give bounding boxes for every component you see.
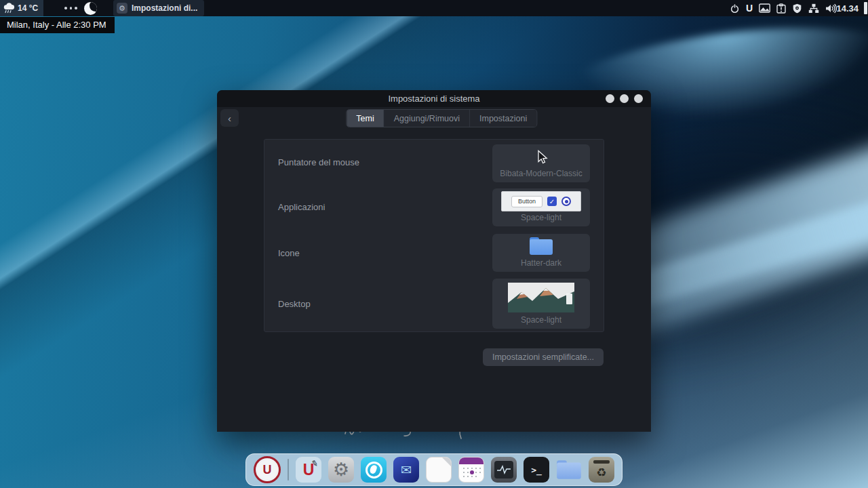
cursor-arrow-icon bbox=[535, 150, 548, 165]
weather-applet[interactable]: 14 °C bbox=[0, 0, 43, 16]
shield-icon[interactable] bbox=[792, 3, 802, 14]
tab-aggiungi-rimuovi[interactable]: Aggiungi/Rimuovi bbox=[384, 110, 470, 127]
terminal-prompt-glyph: >_ bbox=[531, 465, 542, 475]
window-title: Impostazioni di sistema bbox=[388, 94, 479, 104]
row-label: Desktop bbox=[278, 299, 311, 309]
window-nav-row: ‹ Temi Aggiungi/Rimuovi Impostazioni bbox=[217, 107, 651, 131]
setting-row-icons: Icone Hatter-dark bbox=[278, 230, 590, 277]
gear-icon: ⚙ bbox=[117, 3, 127, 14]
moon-icon bbox=[84, 2, 97, 15]
text-file-icon[interactable] bbox=[426, 457, 452, 483]
folder-icon bbox=[530, 237, 553, 255]
setting-row-applications: Applicazioni Button ✓ Space-light bbox=[278, 185, 590, 230]
gtk-sample-button: Button bbox=[511, 196, 542, 207]
overflow-dots-icon[interactable] bbox=[64, 0, 77, 16]
cursor-theme-name: Bibata-Modern-Classic bbox=[500, 169, 582, 182]
top-panel: 14 °C ⚙ Impostazioni di... U 14.34 bbox=[0, 0, 868, 16]
icon-theme-picker[interactable]: Hatter-dark bbox=[492, 234, 590, 272]
trash-icon[interactable]: ♻ bbox=[589, 457, 614, 483]
show-desktop-button[interactable] bbox=[864, 2, 867, 14]
tab-bar: Temi Aggiungi/Rimuovi Impostazioni bbox=[346, 109, 537, 127]
gtk-theme-picker[interactable]: Button ✓ Space-light bbox=[492, 188, 590, 226]
gtk-theme-name: Space-light bbox=[521, 214, 561, 226]
wallpaper-picker[interactable]: Space-light bbox=[492, 279, 590, 329]
gtk-sample-checkbox: ✓ bbox=[547, 197, 557, 206]
tab-impostazioni[interactable]: Impostazioni bbox=[470, 110, 536, 127]
weather-tooltip: Milan, Italy - Alle 2:30 PM bbox=[0, 17, 115, 33]
text-editor-icon[interactable]: U✎ bbox=[296, 457, 321, 483]
night-light-applet[interactable] bbox=[84, 0, 97, 16]
system-monitor-icon[interactable] bbox=[491, 457, 517, 483]
taskbar-window-label: Impostazioni di... bbox=[132, 3, 197, 13]
terminal-icon[interactable]: >_ bbox=[524, 457, 549, 483]
network-icon[interactable] bbox=[808, 3, 819, 14]
volume-icon[interactable] bbox=[825, 3, 837, 14]
row-label: Puntatore del mouse bbox=[278, 157, 359, 167]
window-titlebar[interactable]: Impostazioni di sistema bbox=[217, 90, 651, 107]
settings-window: Impostazioni di sistema ‹ Temi Aggiungi/… bbox=[217, 90, 651, 432]
setting-row-mouse-pointer: Puntatore del mouse Bibata-Modern-Classi… bbox=[278, 140, 590, 185]
row-label: Applicazioni bbox=[278, 202, 325, 212]
tab-temi[interactable]: Temi bbox=[347, 110, 384, 127]
window-close-button[interactable] bbox=[634, 94, 643, 103]
rain-cloud-icon bbox=[3, 3, 15, 14]
titlebar-buttons bbox=[606, 90, 643, 107]
icon-theme-name: Hatter-dark bbox=[521, 259, 561, 272]
gtk-sample-radio bbox=[561, 197, 571, 206]
window-minimize-button[interactable] bbox=[606, 94, 614, 103]
mountain-wallpaper-thumbnail bbox=[508, 283, 574, 312]
settings-icon[interactable]: ⚙ bbox=[328, 457, 354, 483]
setting-row-desktop: Desktop Space-light bbox=[278, 277, 590, 331]
wallpaper-name: Space-light bbox=[521, 316, 561, 329]
simplified-settings-button[interactable]: Impostazioni semplificate... bbox=[483, 348, 604, 366]
taskbar-window-button[interactable]: ⚙ Impostazioni di... bbox=[113, 0, 204, 16]
unity-launcher-icon[interactable]: U bbox=[254, 456, 281, 483]
clock[interactable]: 14.34 bbox=[836, 0, 859, 16]
power-icon[interactable] bbox=[730, 3, 740, 14]
dock: U U✎ ⚙ ✉ >_ ♻ bbox=[245, 453, 623, 486]
system-tray: U bbox=[730, 0, 837, 16]
weather-temperature: 14 °C bbox=[18, 3, 38, 13]
wallpaper-icon[interactable] bbox=[759, 3, 770, 13]
package-alert-icon[interactable] bbox=[776, 3, 786, 14]
unity-icon[interactable]: U bbox=[746, 3, 753, 14]
gtk-widgets-preview: Button ✓ bbox=[501, 191, 581, 211]
calendar-icon[interactable] bbox=[458, 457, 484, 483]
dock-separator bbox=[288, 459, 289, 481]
cursor-theme-picker[interactable]: Bibata-Modern-Classic bbox=[492, 144, 590, 182]
file-manager-icon[interactable] bbox=[556, 457, 582, 483]
window-maximize-button[interactable] bbox=[620, 94, 629, 103]
back-button[interactable]: ‹ bbox=[220, 109, 239, 127]
browser-icon[interactable] bbox=[361, 457, 387, 483]
row-label: Icone bbox=[278, 248, 300, 258]
themes-settings-card: Puntatore del mouse Bibata-Modern-Classi… bbox=[264, 139, 604, 332]
mail-icon[interactable]: ✉ bbox=[393, 457, 419, 483]
